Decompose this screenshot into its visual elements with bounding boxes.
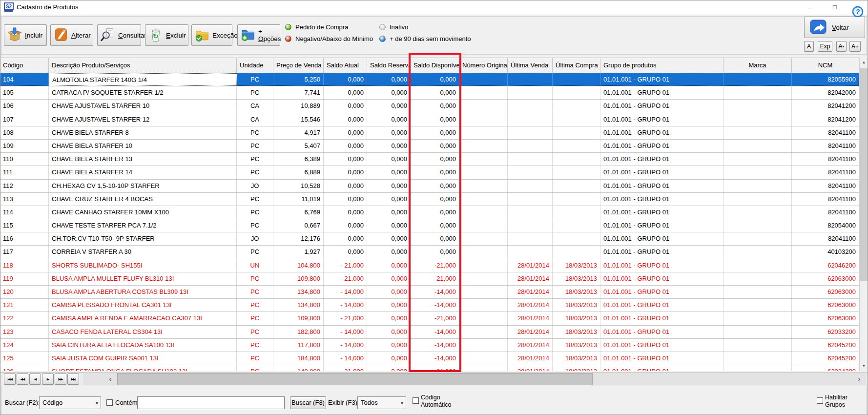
table-row[interactable]: 107CHAVE AJUSTAVEL STARFER 12CA15,5460,0…	[0, 113, 859, 126]
toolbar-button-label: + Opções	[258, 28, 281, 42]
table-row[interactable]: 114CHAVE CANHAO STARFER 10MM X100PC6,769…	[0, 206, 859, 219]
maximize-button[interactable]: □	[824, 0, 846, 15]
cell: 18/03/2013	[553, 286, 600, 298]
column-header-código[interactable]: Código	[0, 58, 49, 73]
cell: 104	[0, 73, 49, 86]
cell	[459, 232, 508, 245]
cell: 0,000	[324, 206, 367, 219]
column-header-ncm[interactable]: NCM	[792, 58, 859, 73]
cell: - 21,000	[324, 365, 367, 371]
table-row[interactable]: 116CH.TOR.CV T10-T50- 9P STARFERJO12,176…	[0, 232, 859, 246]
column-header-última-compra[interactable]: Última Compra	[553, 58, 600, 73]
table-row[interactable]: 119BLUSA AMPLA MULLET FLUFY BL310 13IPC1…	[0, 272, 859, 286]
cell	[723, 86, 792, 99]
column-header-grupo-de-produtos[interactable]: Grupo de produtos	[600, 58, 723, 73]
scroll-down-icon[interactable]: ▼	[860, 361, 868, 371]
table-row[interactable]: 106CHAVE AJUSTAVEL STARFER 10CA10,8890,0…	[0, 100, 859, 113]
column-header-saldo-reserva[interactable]: Saldo Reserva	[367, 58, 411, 73]
cell: CHAVE TESTE STARFER PCA 7.1/2	[49, 219, 237, 232]
trash-recycle-button[interactable]: ↻Excluir	[145, 24, 188, 46]
column-header-última-venda[interactable]: Última Venda	[508, 58, 553, 73]
help-icon[interactable]: ?	[852, 6, 864, 18]
vertical-scrollbar-thumb[interactable]	[860, 68, 868, 281]
table-row[interactable]: 112CH.HEXAG CV 1,5-10-10P STARFERJO10,52…	[0, 180, 859, 193]
search-input[interactable]	[137, 396, 285, 409]
column-header-número-original[interactable]: Número Original	[459, 58, 508, 73]
cell	[459, 206, 508, 219]
cell: PC	[237, 312, 273, 325]
exibir-select[interactable]: Todos ▾	[357, 396, 406, 409]
contem-checkbox[interactable]	[106, 399, 113, 406]
column-header-marca[interactable]: Marca	[723, 58, 792, 73]
folder-check-button[interactable]: Exceção	[191, 24, 232, 46]
back-arrow-icon	[809, 19, 827, 36]
cell: CHAVE BIELA STARFER 13	[49, 153, 237, 166]
edit-pencil-button[interactable]: Alterar	[50, 24, 93, 46]
table-row[interactable]: 109CHAVE BIELA STARFER 10PC5,4070,0000,0…	[0, 140, 859, 153]
column-header-descrição-produto-serviços[interactable]: Descrição Produto/Serviços	[49, 58, 237, 73]
table-row[interactable]: 110CHAVE BIELA STARFER 13PC6,3890,0000,0…	[0, 153, 859, 166]
cell	[459, 299, 508, 311]
cell: 0,000	[367, 206, 411, 219]
table-row[interactable]: 105CATRACA P/ SOQUETE STARFER 1/2PC7,741…	[0, 86, 859, 100]
buscar-f8-button[interactable]: Buscar (F8)	[290, 396, 326, 409]
cell: CASACO FENDA LATERAL CS304 13I	[49, 326, 237, 338]
folder-plus-button[interactable]: + Opções	[237, 24, 280, 46]
table-row[interactable]: 126SHORT ESTAMPA ONCA FLOCADA SH102 13IP…	[0, 365, 859, 371]
a-button[interactable]: A	[804, 41, 814, 52]
table-row[interactable]: 121CAMISA PLISSADO FRONTAL CA301 13IPC13…	[0, 299, 859, 312]
codigo-automatico-checkbox[interactable]	[413, 397, 419, 404]
table-row[interactable]: 118SHORTS SUBLIMADO- SH155IUN104,800- 21…	[0, 259, 859, 272]
column-header-saldo-atual[interactable]: Saldo Atual	[324, 58, 367, 73]
legend-item: Negativo/Abaixo do Mínimo	[285, 35, 373, 42]
cell: - 21,000	[324, 312, 367, 325]
nav-prior-page-button[interactable]: ◀◀	[17, 374, 28, 385]
column-header-preço-de-venda[interactable]: Preço de Venda	[273, 58, 324, 73]
table-row[interactable]: 125SAIA JUSTA COM GUIPIR SA001 13IPC184,…	[0, 352, 859, 365]
habilitar-grupos-checkbox[interactable]	[817, 397, 823, 404]
table-row[interactable]: 124SAIA CINTURA ALTA FLOCADA SA100 13IPC…	[0, 339, 859, 352]
scroll-up-icon[interactable]: ▲	[860, 58, 868, 67]
cell: 62063000	[792, 312, 859, 325]
cell	[553, 246, 600, 258]
add-box-button[interactable]: Incluir	[4, 24, 47, 46]
a-minus-button[interactable]: A-	[836, 41, 847, 52]
table-row[interactable]: 108CHAVE BIELA STARFER 8PC4,9170,0000,00…	[0, 126, 859, 140]
column-header-unidade[interactable]: Unidade	[237, 58, 273, 73]
nav-last-button[interactable]: ▶▶|	[67, 374, 79, 385]
scroll-right-icon[interactable]: ›	[852, 373, 866, 385]
search-doc-button[interactable]: Consultar	[97, 24, 141, 46]
exp-button[interactable]: Exp	[818, 41, 832, 52]
cell: 0,000	[324, 246, 367, 258]
scroll-left-icon[interactable]: ‹	[103, 373, 117, 385]
table-row[interactable]: 120BLUSA AMPLA ABERTURA COSTAS BL309 13I…	[0, 286, 859, 299]
nav-prior-button[interactable]: ◀	[29, 374, 41, 385]
horizontal-scrollbar-thumb[interactable]	[117, 373, 593, 385]
buscar-label: Buscar (F2):	[5, 396, 40, 409]
nav-next-button[interactable]: ▶	[42, 374, 54, 385]
nav-next-page-button[interactable]: ▶▶	[55, 374, 66, 385]
habilitar-grupos-label: Habilitar	[825, 394, 847, 401]
minimize-button[interactable]: –	[800, 0, 821, 15]
table-row[interactable]: 113CHAVE CRUZ STARFER 4 BOCASPC11,0190,0…	[0, 193, 859, 206]
a-plus-button[interactable]: A+	[849, 41, 861, 52]
table-header: CódigoDescrição Produto/ServiçosUnidadeP…	[0, 58, 859, 73]
cell: 82054000	[792, 219, 859, 232]
table-row[interactable]: 111CHAVE BIELA STARFER 14PC6,8890,0000,0…	[0, 166, 859, 179]
cell: 40103200	[792, 246, 859, 258]
chevron-down-icon: ▾	[401, 397, 403, 409]
column-header-saldo-disponível[interactable]: Saldo Disponível	[411, 58, 459, 73]
search-field-select[interactable]: Código ▾	[39, 396, 101, 409]
table-row[interactable]: 115CHAVE TESTE STARFER PCA 7.1/2PC0,6670…	[0, 219, 859, 232]
nav-first-button[interactable]: |◀◀	[4, 374, 16, 385]
table-row[interactable]: 122CAMISA AMPLA RENDA E AMARRACAO CA307 …	[0, 312, 859, 325]
vertical-scrollbar[interactable]: ▲ ▼	[859, 58, 868, 371]
cell: 0,000	[324, 166, 367, 179]
voltar-button[interactable]: Voltar	[804, 17, 865, 38]
cell	[723, 326, 792, 338]
cell: 28/01/2014	[508, 352, 553, 365]
table-row[interactable]: 117CORREIA V STARFER A 30PC1,9270,0000,0…	[0, 246, 859, 259]
cell: 0,000	[411, 232, 459, 245]
table-row[interactable]: 104ALMOTOLIA STARFER 140G 1/4PC5,2500,00…	[0, 73, 859, 86]
table-row[interactable]: 123CASACO FENDA LATERAL CS304 13IPC182,8…	[0, 326, 859, 339]
